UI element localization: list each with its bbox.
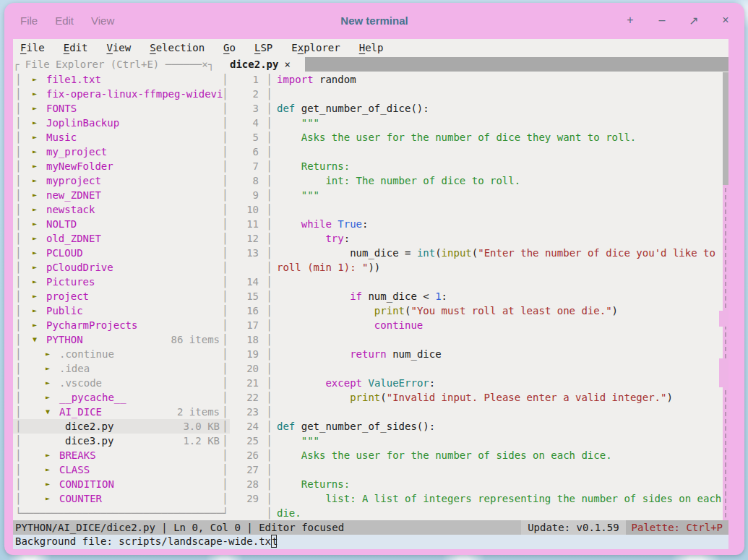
- code-line-19[interactable]: 19│ return num_dice: [230, 347, 728, 361]
- code-line-2[interactable]: 2│: [230, 87, 728, 101]
- explorer-item-pclouddrive[interactable]: │►pCloudDrive│: [13, 260, 230, 275]
- folder-collapsed-icon[interactable]: ►: [33, 188, 37, 202]
- menu-item-file[interactable]: File: [20, 42, 45, 53]
- new-tab-button[interactable]: +: [624, 14, 636, 27]
- code-line-29[interactable]: 29│ list: A list of integers representin…: [230, 491, 728, 506]
- code-line-8[interactable]: 8│ int: The number of dice to roll.: [230, 173, 728, 188]
- code-line-13[interactable]: 13│ num_dice = int(input("Enter the numb…: [230, 246, 728, 260]
- code-line-5[interactable]: 5│ Asks the user for the number of dice …: [230, 130, 728, 145]
- code-line-4[interactable]: 4│ """: [230, 116, 728, 130]
- code-line-18[interactable]: 18│: [230, 332, 728, 347]
- menu-item-help[interactable]: Help: [359, 42, 384, 53]
- explorer-item-class[interactable]: │►CLASS│: [13, 462, 230, 477]
- explorer-item-fonts[interactable]: │►FONTS│: [13, 101, 230, 116]
- code-line-14[interactable]: 14│: [230, 275, 728, 289]
- explorer-item-my-project[interactable]: │►my_project│: [13, 145, 230, 159]
- code-line-20[interactable]: 20│: [230, 361, 728, 376]
- explorer-item-python[interactable]: │▼PYTHON86 items│: [13, 332, 230, 347]
- code-line-21[interactable]: 21│ except ValueError:: [230, 376, 728, 390]
- explorer-item-pictures[interactable]: │►Pictures│: [13, 275, 230, 289]
- explorer-item--continue[interactable]: │►.continue│: [13, 347, 230, 361]
- folder-collapsed-icon[interactable]: ►: [33, 275, 37, 289]
- menu-item-edit[interactable]: Edit: [64, 42, 88, 53]
- folder-collapsed-icon[interactable]: ►: [46, 347, 50, 361]
- folder-collapsed-icon[interactable]: ►: [33, 101, 37, 116]
- code-line-22[interactable]: 22│ print("Invalid input. Please enter a…: [230, 390, 728, 405]
- code-line-7[interactable]: 7│ Returns:: [230, 159, 728, 173]
- code-editor[interactable]: 1│import random2│3│def get_number_of_dic…: [230, 72, 728, 520]
- explorer-item-music[interactable]: │►Music│: [13, 130, 230, 145]
- titlebar[interactable]: FileEditView New terminal +–↗×: [4, 3, 744, 38]
- code-line-11[interactable]: 11│ while True:: [230, 217, 728, 231]
- explorer-item-mynewfolder[interactable]: │►myNewFolder│: [13, 159, 230, 173]
- code-line-24[interactable]: 24│def get_number_of_sides():: [230, 419, 728, 434]
- titlebar-menu-file[interactable]: File: [20, 14, 38, 27]
- code-line-28[interactable]: 28│ Returns:: [230, 477, 728, 491]
- tab-dice2py[interactable]: dice2.py×: [227, 56, 295, 72]
- menu-item-explorer[interactable]: Explorer: [291, 42, 340, 53]
- explorer-item-breaks[interactable]: │►BREAKS│: [13, 448, 230, 462]
- folder-expanded-icon[interactable]: ▼: [33, 332, 37, 347]
- folder-collapsed-icon[interactable]: ►: [46, 477, 50, 491]
- palette-hint[interactable]: Palette: Ctrl+P: [626, 520, 728, 535]
- explorer-item--vscode[interactable]: │►.vscode│: [13, 376, 230, 390]
- close-button[interactable]: ×: [720, 14, 731, 27]
- explorer-item--idea[interactable]: │►.idea│: [13, 361, 230, 376]
- explorer-item-public[interactable]: │►Public│: [13, 303, 230, 318]
- explorer-item-joplinbackup[interactable]: │►JoplinBackup│: [13, 116, 230, 130]
- folder-collapsed-icon[interactable]: ►: [33, 130, 37, 145]
- folder-collapsed-icon[interactable]: ►: [33, 173, 37, 188]
- folder-collapsed-icon[interactable]: ►: [33, 116, 37, 130]
- folder-expanded-icon[interactable]: ▼: [46, 405, 50, 419]
- folder-collapsed-icon[interactable]: ►: [33, 145, 37, 159]
- explorer-item-newstack[interactable]: │►newstack│: [13, 202, 230, 217]
- folder-collapsed-icon[interactable]: ►: [33, 246, 37, 260]
- code-line-16[interactable]: 16│ print("You must roll at least one di…: [230, 303, 728, 318]
- code-line-9[interactable]: 9│ """: [230, 188, 728, 202]
- folder-collapsed-icon[interactable]: ►: [46, 462, 50, 477]
- code-line-wrap[interactable]: │roll (min 1): ")): [230, 260, 728, 275]
- folder-collapsed-icon[interactable]: ►: [46, 448, 50, 462]
- explorer-item-condition[interactable]: │►CONDITION│: [13, 477, 230, 491]
- code-line-27[interactable]: 27│: [230, 462, 728, 477]
- explorer-item-pycharmprojects[interactable]: │►PycharmProjects│: [13, 318, 230, 332]
- minimize-button[interactable]: –: [656, 14, 668, 27]
- folder-collapsed-icon[interactable]: ►: [33, 289, 37, 303]
- explorer-item-noltd[interactable]: │►NOLTD│: [13, 217, 230, 231]
- menu-item-lsp[interactable]: LSP: [254, 42, 272, 53]
- folder-collapsed-icon[interactable]: ►: [46, 390, 50, 405]
- folder-collapsed-icon[interactable]: ►: [33, 260, 37, 275]
- folder-collapsed-icon[interactable]: ►: [33, 87, 37, 101]
- titlebar-menu-edit[interactable]: Edit: [55, 14, 74, 27]
- code-line-12[interactable]: 12│ try:: [230, 231, 728, 246]
- code-line-17[interactable]: 17│ continue: [230, 318, 728, 332]
- scrollbar-thumb[interactable]: [723, 72, 728, 185]
- code-line-3[interactable]: 3│def get_number_of_dice():: [230, 101, 728, 116]
- code-line-25[interactable]: 25│ """: [230, 434, 728, 448]
- folder-collapsed-icon[interactable]: ►: [33, 318, 37, 332]
- code-line-wrap[interactable]: │die.: [230, 506, 728, 520]
- code-line-26[interactable]: 26│ Asks the user for the number of side…: [230, 448, 728, 462]
- explorer-item-myproject[interactable]: │►myproject│: [13, 173, 230, 188]
- folder-collapsed-icon[interactable]: ►: [46, 491, 50, 506]
- explorer-item-new-zdnet[interactable]: │►new_ZDNET│: [13, 188, 230, 202]
- explorer-item-dice3-py[interactable]: │dice3.py1.2 KB│: [13, 434, 230, 448]
- code-line-23[interactable]: 23│: [230, 405, 728, 419]
- code-line-10[interactable]: 10│: [230, 202, 728, 217]
- explorer-item--pycache-[interactable]: │►__pycache__│: [13, 390, 230, 405]
- tab-close-icon[interactable]: ×: [284, 59, 290, 70]
- code-line-6[interactable]: 6│: [230, 145, 728, 159]
- folder-collapsed-icon[interactable]: ►: [33, 72, 37, 87]
- explorer-item-file1-txt[interactable]: │►file1.txt│: [13, 72, 230, 87]
- explorer-item-dice2-py[interactable]: │dice2.py3.0 KB│: [13, 419, 230, 434]
- command-line[interactable]: Background file: scripts/landscape-wide.…: [13, 535, 728, 549]
- explorer-item-counter[interactable]: │►COUNTER│: [13, 491, 230, 506]
- menu-item-selection[interactable]: Selection: [150, 42, 205, 53]
- explorer-item-old-zdnet[interactable]: │►old_ZDNET│: [13, 231, 230, 246]
- folder-collapsed-icon[interactable]: ►: [33, 217, 37, 231]
- titlebar-menu-view[interactable]: View: [91, 14, 114, 27]
- code-line-15[interactable]: 15│ if num_dice < 1:: [230, 289, 728, 303]
- maximize-button[interactable]: ↗: [688, 14, 700, 27]
- explorer-item-ai-dice[interactable]: │▼AI_DICE2 items│: [13, 405, 230, 419]
- explorer-item-fix-opera-linux-ffmpeg-widevi[interactable]: │►fix-opera-linux-ffmpeg-widevi│: [13, 87, 230, 101]
